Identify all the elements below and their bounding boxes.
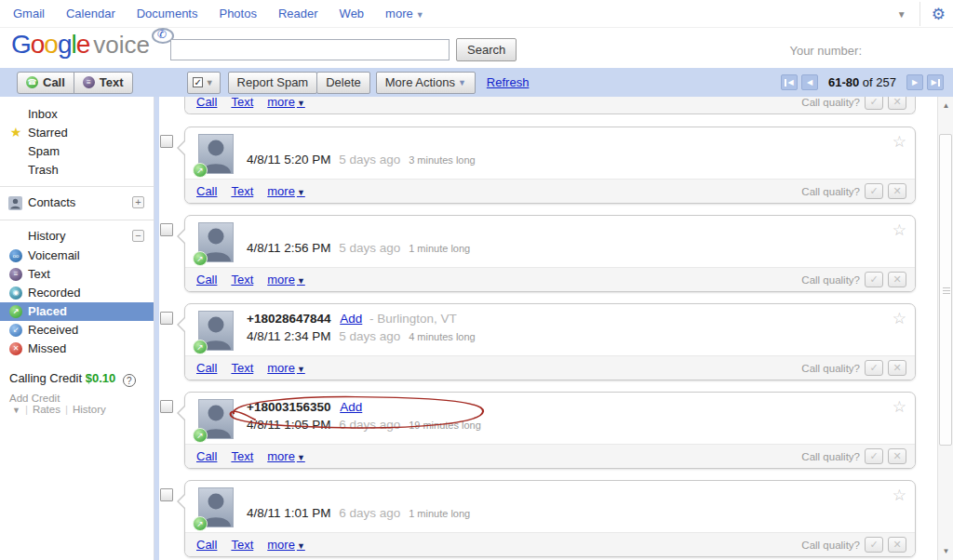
call-quality-good-button[interactable]: ✓ — [865, 448, 883, 464]
call-row-footer: Call Text more▼ Call quality? ✓ ✕ — [185, 179, 915, 203]
call-quality-good-button[interactable]: ✓ — [865, 183, 883, 199]
row-checkbox[interactable] — [160, 488, 173, 501]
call-quality-bad-button[interactable]: ✕ — [888, 537, 906, 553]
call-quality-bad-button[interactable]: ✕ — [888, 448, 906, 464]
add-contact-link[interactable]: Add — [340, 400, 362, 414]
sidebar-item-text[interactable]: ≡Text — [0, 265, 154, 284]
call-row-footer: Call Text more▼ Call quality? ✓ ✕ — [185, 532, 915, 556]
report-spam-button[interactable]: Report Spam — [228, 72, 318, 94]
sidebar-item-placed[interactable]: ↗Placed — [0, 302, 154, 321]
more-link[interactable]: more▼ — [267, 361, 305, 375]
call-list: ☆ ↗ — [154, 97, 953, 560]
rates-link[interactable]: Rates — [33, 404, 60, 415]
sidebar-section-history[interactable]: History − — [0, 226, 154, 247]
last-page-button[interactable]: ▶ — [927, 74, 944, 90]
call-relative-time: 6 days ago — [339, 506, 400, 520]
refresh-link[interactable]: Refresh — [487, 75, 530, 89]
call-quality-good-button[interactable]: ✓ — [865, 272, 883, 287]
sidebar-item-trash[interactable]: Trash — [0, 161, 154, 180]
row-checkbox[interactable] — [160, 312, 173, 325]
row-checkbox[interactable] — [160, 223, 173, 236]
account-dropdown-icon[interactable]: ▼ — [897, 9, 906, 20]
nav-photos[interactable]: Photos — [219, 7, 256, 20]
search-button[interactable]: Search — [456, 38, 517, 61]
call-relative-time: 5 days ago — [339, 153, 400, 167]
nav-reader[interactable]: Reader — [278, 7, 318, 20]
search-input[interactable] — [170, 39, 450, 60]
more-link[interactable]: more▼ — [267, 273, 305, 287]
text-link[interactable]: Text — [231, 184, 253, 198]
call-quality-bad-button[interactable]: ✕ — [888, 360, 906, 376]
prev-page-button[interactable]: ◀ — [801, 74, 818, 90]
call-datetime: 4/8/11 2:34 PM — [247, 329, 331, 343]
nav-gmail[interactable]: Gmail — [13, 7, 45, 20]
call-row: ☆ ↗ — [184, 97, 916, 114]
nav-web[interactable]: Web — [340, 7, 365, 20]
expand-contacts-button[interactable]: + — [132, 196, 144, 208]
text-link[interactable]: Text — [231, 97, 253, 109]
call-quality-bad-button[interactable]: ✕ — [888, 272, 906, 287]
sidebar-item-contacts[interactable]: Contacts + — [0, 193, 154, 213]
star-icon[interactable]: ☆ — [893, 309, 906, 328]
more-link[interactable]: more▼ — [267, 449, 305, 463]
call-link[interactable]: Call — [196, 538, 217, 552]
google-voice-logo: Googlevoice — [11, 30, 174, 60]
call-link[interactable]: Call — [196, 184, 217, 198]
scroll-up-icon[interactable]: ▲ — [938, 99, 953, 113]
history-link[interactable]: History — [73, 404, 106, 415]
google-voice-page: Gmail Calendar Documents Photos Reader W… — [0, 0, 953, 560]
credit-links: Add Credit ▼|Rates|History — [9, 393, 154, 415]
scrollbar-thumb[interactable] — [939, 134, 952, 446]
next-page-button[interactable]: ▶ — [906, 74, 923, 90]
call-quality-bad-button[interactable]: ✕ — [888, 183, 906, 199]
help-icon[interactable]: ? — [123, 374, 136, 387]
nav-calendar[interactable]: Calendar — [66, 7, 115, 20]
nav-more[interactable]: more▼ — [385, 7, 424, 20]
call-quality-good-button[interactable]: ✓ — [865, 537, 883, 553]
star-icon[interactable]: ☆ — [893, 397, 906, 417]
sidebar-item-voicemail[interactable]: ooVoicemail — [0, 247, 154, 265]
nav-documents[interactable]: Documents — [137, 7, 198, 20]
call-button[interactable]: ☎Call — [17, 72, 74, 94]
more-link[interactable]: more▼ — [267, 97, 305, 109]
row-checkbox[interactable] — [160, 400, 173, 413]
more-actions-button[interactable]: More Actions▼ — [376, 72, 476, 94]
delete-button[interactable]: Delete — [316, 72, 370, 94]
pagination: ◀ ◀ 61-80 of 257 ▶ ▶ — [781, 68, 944, 97]
sidebar-item-missed[interactable]: ✕Missed — [0, 340, 154, 358]
more-link[interactable]: more▼ — [267, 538, 305, 552]
more-link[interactable]: more▼ — [267, 184, 305, 198]
call-link[interactable]: Call — [196, 97, 217, 109]
collapse-history-button[interactable]: − — [132, 230, 144, 242]
first-page-button[interactable]: ◀ — [781, 74, 798, 90]
text-link[interactable]: Text — [231, 449, 253, 463]
avatar: ↗ — [198, 399, 234, 439]
sidebar-item-spam[interactable]: Spam — [0, 142, 154, 161]
scrollbar[interactable]: ▲ ▼ — [937, 97, 953, 560]
call-link[interactable]: Call — [196, 273, 217, 287]
sidebar-item-inbox[interactable]: Inbox — [0, 105, 154, 124]
text-link[interactable]: Text — [231, 361, 253, 375]
sidebar-item-starred[interactable]: ★Starred — [0, 124, 154, 142]
sidebar-item-recorded[interactable]: ◉Recorded — [0, 284, 154, 302]
call-datetime: 4/8/11 1:05 PM — [247, 418, 331, 432]
text-link[interactable]: Text — [231, 273, 253, 287]
call-quality-bad-button[interactable]: ✕ — [888, 97, 906, 110]
call-link[interactable]: Call — [196, 361, 217, 375]
call-quality-label: Call quality? — [801, 97, 860, 108]
star-icon[interactable]: ☆ — [893, 220, 906, 240]
gear-icon[interactable]: ⚙ — [932, 5, 946, 24]
outgoing-call-badge-icon: ↗ — [193, 428, 208, 443]
call-quality-good-button[interactable]: ✓ — [865, 360, 883, 376]
row-checkbox[interactable] — [160, 135, 173, 148]
call-quality-good-button[interactable]: ✓ — [865, 97, 883, 110]
text-button[interactable]: ≡Text — [74, 72, 133, 94]
call-link[interactable]: Call — [196, 449, 217, 463]
sidebar-item-received[interactable]: ↙Received — [0, 321, 154, 340]
scroll-down-icon[interactable]: ▼ — [938, 544, 953, 558]
select-all-dropdown[interactable]: ✓▼ — [187, 72, 221, 94]
text-link[interactable]: Text — [231, 538, 253, 552]
star-icon[interactable]: ☆ — [893, 486, 906, 505]
add-contact-link[interactable]: Add — [340, 312, 362, 326]
star-icon[interactable]: ☆ — [893, 132, 906, 152]
